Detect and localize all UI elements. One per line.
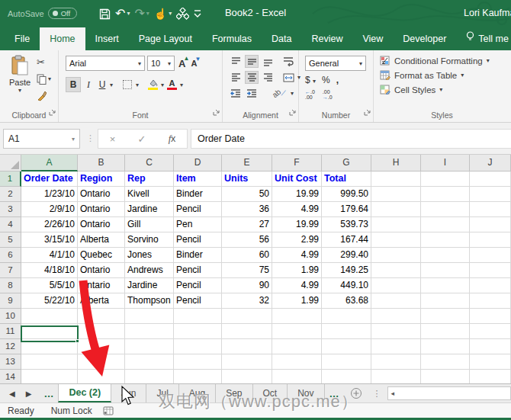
orientation-button[interactable]: ab⟋ bbox=[270, 87, 288, 100]
font-color-button[interactable]: A bbox=[166, 77, 178, 92]
cell-F6[interactable]: 4.99 bbox=[272, 248, 322, 263]
column-header-e[interactable]: E bbox=[222, 155, 272, 172]
cell-E7[interactable]: 75 bbox=[222, 263, 272, 278]
cell-J4[interactable] bbox=[470, 217, 511, 232]
align-left-button[interactable] bbox=[229, 71, 243, 84]
cell-E1[interactable]: Units bbox=[222, 172, 272, 187]
cell-G5[interactable]: 167.44 bbox=[322, 232, 371, 248]
wrap-text-button[interactable] bbox=[281, 55, 295, 68]
cell-G8[interactable]: 449.10 bbox=[322, 278, 371, 293]
cell-A2[interactable]: 1/23/10 bbox=[21, 187, 78, 202]
sheet-overflow-left[interactable]: … bbox=[39, 384, 58, 402]
cell-C12[interactable] bbox=[125, 339, 174, 354]
cell-B7[interactable]: Ontario bbox=[78, 263, 125, 278]
cell-E10[interactable] bbox=[222, 309, 272, 324]
fill-color-button[interactable] bbox=[146, 77, 159, 92]
cell-G6[interactable]: 299.40 bbox=[322, 248, 371, 263]
format-as-table-button[interactable]: Format as Table▾ bbox=[380, 70, 490, 80]
cell-C14[interactable] bbox=[125, 370, 174, 383]
cell-D6[interactable]: Binder bbox=[174, 248, 222, 263]
cell-A6[interactable]: 4/1/10 bbox=[21, 248, 78, 263]
cell-J12[interactable] bbox=[470, 339, 511, 354]
cell-F14[interactable] bbox=[272, 370, 322, 383]
cell-D4[interactable]: Pen bbox=[174, 217, 222, 232]
paste-dropdown-icon[interactable]: ▾ bbox=[6, 87, 34, 94]
cell-B11[interactable] bbox=[78, 324, 125, 339]
tabbar-splitter[interactable]: ⋮ bbox=[368, 384, 386, 402]
cell-J1[interactable] bbox=[470, 172, 511, 187]
row-header-1[interactable]: 1 bbox=[0, 172, 21, 187]
ribbon-tab-tell-me[interactable]: Tell me bbox=[456, 27, 511, 50]
row-header-6[interactable]: 6 bbox=[0, 248, 21, 263]
cell-J8[interactable] bbox=[470, 278, 511, 293]
conditional-formatting-button[interactable]: Conditional Formatting▾ bbox=[380, 56, 490, 66]
row-header-11[interactable]: 11 bbox=[0, 324, 21, 339]
cell-C4[interactable]: Gill bbox=[125, 217, 174, 232]
italic-button[interactable]: I bbox=[82, 77, 95, 92]
cell-E11[interactable] bbox=[222, 324, 272, 339]
cell-G7[interactable]: 149.25 bbox=[322, 263, 371, 278]
cell-H4[interactable] bbox=[371, 217, 421, 232]
alignment-dialog-launcher[interactable] bbox=[289, 105, 296, 119]
cell-A3[interactable]: 2/9/10 bbox=[21, 202, 78, 217]
accounting-dropdown-icon[interactable]: ▾ bbox=[313, 78, 316, 85]
decrease-font-size-button[interactable]: A▼ bbox=[189, 59, 198, 68]
cell-I14[interactable] bbox=[421, 370, 470, 383]
fill-color-dropdown-icon[interactable]: ▾ bbox=[161, 82, 164, 88]
cell-I5[interactable] bbox=[421, 232, 470, 248]
insert-function-button[interactable]: fx bbox=[169, 133, 176, 145]
cell-B10[interactable] bbox=[78, 309, 125, 324]
cell-E12[interactable] bbox=[222, 339, 272, 354]
ribbon-tab-data[interactable]: Data bbox=[262, 27, 301, 50]
ribbon-tab-view[interactable]: View bbox=[352, 27, 393, 50]
cell-G12[interactable] bbox=[322, 339, 371, 354]
cell-G3[interactable]: 179.64 bbox=[322, 202, 371, 217]
cell-F1[interactable]: Unit Cost bbox=[272, 172, 322, 187]
increase-indent-button[interactable] bbox=[245, 87, 259, 100]
ribbon-tab-developer[interactable]: Developer bbox=[393, 27, 456, 50]
cell-F3[interactable]: 4.99 bbox=[272, 202, 322, 217]
cell-F11[interactable] bbox=[272, 324, 322, 339]
select-all-button[interactable] bbox=[0, 155, 21, 172]
cell-C8[interactable]: Jardine bbox=[125, 278, 174, 293]
cell-H11[interactable] bbox=[371, 324, 421, 339]
sheet-tab-sep[interactable]: Sep bbox=[216, 384, 252, 402]
cell-A9[interactable]: 5/22/10 bbox=[21, 293, 78, 309]
cell-J9[interactable] bbox=[470, 293, 511, 309]
cell-C11[interactable] bbox=[125, 324, 174, 339]
cell-E3[interactable]: 36 bbox=[222, 202, 272, 217]
cell-B9[interactable]: Alberta bbox=[78, 293, 125, 309]
row-header-2[interactable]: 2 bbox=[0, 187, 21, 202]
cell-G14[interactable] bbox=[322, 370, 371, 383]
cell-D2[interactable]: Binder bbox=[174, 187, 222, 202]
align-right-button[interactable] bbox=[261, 71, 275, 84]
row-header-13[interactable]: 13 bbox=[0, 354, 21, 370]
decrease-indent-button[interactable] bbox=[229, 87, 243, 100]
sheet-nav-left-button[interactable]: ◀ bbox=[9, 390, 15, 398]
cell-D12[interactable] bbox=[174, 339, 222, 354]
ribbon-tab-file[interactable]: File bbox=[5, 27, 40, 50]
cell-A8[interactable]: 5/5/10 bbox=[21, 278, 78, 293]
cell-F8[interactable]: 4.99 bbox=[272, 278, 322, 293]
increase-font-size-button[interactable]: A▲ bbox=[177, 58, 187, 69]
new-sheet-button[interactable] bbox=[344, 384, 368, 402]
cell-C1[interactable]: Rep bbox=[125, 172, 174, 187]
cell-E9[interactable]: 32 bbox=[222, 293, 272, 309]
cell-J7[interactable] bbox=[470, 263, 511, 278]
cell-H7[interactable] bbox=[371, 263, 421, 278]
copy-dropdown-icon[interactable]: ▾ bbox=[48, 75, 51, 82]
row-header-14[interactable]: 14 bbox=[0, 370, 21, 383]
sheet-tab-nov[interactable]: Nov bbox=[288, 384, 324, 402]
decrease-decimal-button[interactable]: .00→.0 bbox=[323, 89, 333, 100]
cell-I10[interactable] bbox=[421, 309, 470, 324]
cancel-button[interactable]: × bbox=[110, 133, 116, 145]
cell-D3[interactable]: Pencil bbox=[174, 202, 222, 217]
cell-I7[interactable] bbox=[421, 263, 470, 278]
cell-H10[interactable] bbox=[371, 309, 421, 324]
number-format-select[interactable]: General▾ bbox=[305, 56, 366, 71]
cell-E5[interactable]: 56 bbox=[222, 232, 272, 248]
cell-J5[interactable] bbox=[470, 232, 511, 248]
cell-I12[interactable] bbox=[421, 339, 470, 354]
cell-H14[interactable] bbox=[371, 370, 421, 383]
font-name-select[interactable]: Arial▾ bbox=[66, 56, 145, 71]
